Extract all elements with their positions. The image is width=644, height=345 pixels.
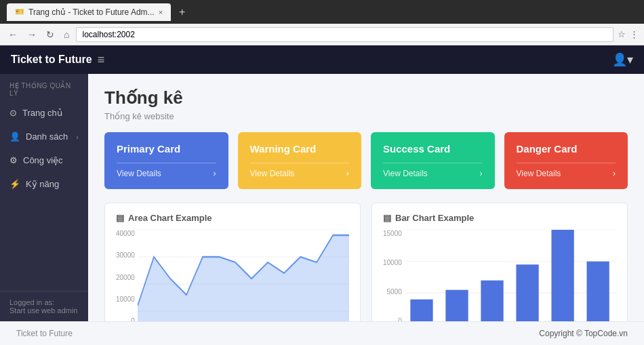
refresh-button[interactable]: ↻ [43, 28, 57, 41]
area-chart-main: Mar 1 Mar 3 Mar 5 Mar 7 Mar 9 Mar 11 Mar… [138, 230, 349, 321]
list-icon: 👤 [9, 131, 20, 142]
bar-chart-container: 15000 10000 5000 0 [383, 230, 616, 321]
star-icon[interactable]: ☆ [618, 29, 626, 39]
sidebar-label-skill: Kỹ năng [26, 179, 59, 189]
y-label-1: 30000 [116, 251, 135, 259]
sidebar-item-list[interactable]: 👤 Danh sách › [0, 125, 88, 148]
brand-name: Ticket to Future [11, 54, 92, 66]
success-card-link[interactable]: View Details [383, 169, 428, 178]
danger-card[interactable]: Danger Card View Details › [504, 132, 628, 189]
home-button[interactable]: ⌂ [61, 28, 72, 41]
footer-brand: Ticket to Future [16, 329, 73, 338]
toolbar-icons: ☆ ⋮ [618, 29, 639, 39]
bar-y-label-1: 10000 [383, 259, 402, 266]
sidebar-label-list: Danh sách [26, 131, 68, 142]
area-chart-svg [138, 230, 349, 321]
forward-button[interactable]: → [24, 28, 39, 41]
warning-card-chevron: › [346, 169, 349, 178]
bar-chart-main: January February March April May June [405, 230, 616, 321]
danger-card-link[interactable]: View Details [517, 169, 561, 178]
bar-apr [516, 264, 538, 321]
sidebar-label-home: Trang chủ [22, 108, 62, 118]
bar-jan [410, 300, 432, 321]
chevron-right-icon: › [76, 133, 79, 141]
area-chart-container: 40000 30000 20000 10000 0 [116, 230, 349, 321]
back-button[interactable]: ← [5, 28, 20, 41]
bar-chart-y-axis: 15000 10000 5000 0 [383, 230, 405, 321]
sidebar-footer: Logged in as: Start use web admin [0, 291, 88, 321]
brand: Ticket to Future ≡ [11, 53, 104, 67]
tab-close-button[interactable]: × [159, 8, 163, 16]
y-label-3: 10000 [116, 296, 135, 303]
bar-chart-label: Bar Chart Example [395, 213, 474, 223]
page-title: Thống kê [104, 87, 628, 108]
username-label: Start use web admin [9, 306, 79, 314]
primary-card[interactable]: Primary Card View Details › [104, 132, 228, 189]
content-area: Thống kê Thống kê website Primary Card V… [88, 74, 644, 321]
bar-chart-title: ▤ Bar Chart Example [383, 213, 616, 223]
bar-mar [481, 281, 503, 321]
bar-y-label-2: 5000 [383, 288, 402, 296]
user-avatar-icon: 👤▾ [612, 53, 633, 66]
success-card[interactable]: Success Card View Details › [371, 132, 495, 189]
y-label-0: 40000 [116, 230, 135, 237]
bar-may [551, 230, 573, 321]
area-chart-label: Area Chart Example [128, 213, 212, 223]
sidebar-item-skill[interactable]: ⚡ Kỹ năng [0, 172, 88, 196]
hamburger-menu[interactable]: ≡ [98, 53, 105, 67]
sidebar-section-label: HỆ THỐNG QUẢN LÝ [0, 74, 88, 101]
home-icon: ⊙ [9, 108, 17, 118]
sidebar-item-work[interactable]: ⚙ Công việc [0, 148, 88, 172]
area-chart-y-axis: 40000 30000 20000 10000 0 [116, 230, 138, 321]
main-layout: HỆ THỐNG QUẢN LÝ ⊙ Trang chủ 👤 Danh sách… [0, 74, 644, 321]
y-label-2: 20000 [116, 274, 135, 281]
page-footer: Ticket to Future Copyright © TopCode.vn [0, 321, 644, 345]
tab-favicon: 🎫 [15, 7, 24, 16]
charts-row: ▤ Area Chart Example 40000 30000 20000 1… [104, 203, 628, 321]
cards-row: Primary Card View Details › Warning Card… [104, 132, 628, 189]
bar-chart-card: ▤ Bar Chart Example 15000 10000 5000 0 [371, 203, 628, 321]
warning-card[interactable]: Warning Card View Details › [238, 132, 362, 189]
user-menu[interactable]: 👤▾ [612, 52, 633, 67]
address-bar[interactable] [76, 27, 613, 42]
primary-card-link[interactable]: View Details [117, 169, 161, 178]
bar-chart-icon: ▤ [383, 213, 391, 223]
area-chart-title: ▤ Area Chart Example [116, 213, 349, 223]
browser-chrome: 🎫 Trang chủ - Ticket to Future Adm... × … [0, 0, 644, 24]
tab-title: Trang chủ - Ticket to Future Adm... [28, 7, 155, 17]
browser-toolbar: ← → ↻ ⌂ ☆ ⋮ [0, 24, 644, 45]
footer-copyright: Copyright © TopCode.vn [539, 329, 628, 338]
app-container: Ticket to Future ≡ 👤▾ HỆ THỐNG QUẢN LÝ ⊙… [0, 45, 644, 345]
new-tab-button[interactable]: + [179, 6, 185, 18]
bar-chart-svg [405, 230, 616, 321]
sidebar-item-home[interactable]: ⊙ Trang chủ [0, 101, 88, 125]
bar-y-label-0: 15000 [383, 230, 402, 237]
bar-jun [586, 262, 609, 321]
primary-card-chevron: › [214, 169, 216, 178]
work-icon: ⚙ [9, 155, 18, 165]
sidebar: HỆ THỐNG QUẢN LÝ ⊙ Trang chủ 👤 Danh sách… [0, 74, 88, 321]
success-card-chevron: › [480, 169, 483, 178]
danger-card-chevron: › [613, 169, 616, 178]
logged-in-label: Logged in as: [9, 298, 79, 306]
warning-card-link[interactable]: View Details [250, 169, 295, 178]
page-subtitle: Thống kê website [104, 111, 628, 121]
browser-tab[interactable]: 🎫 Trang chủ - Ticket to Future Adm... × [7, 3, 171, 21]
skill-icon: ⚡ [9, 179, 20, 189]
area-chart-card: ▤ Area Chart Example 40000 30000 20000 1… [104, 203, 361, 321]
primary-card-title: Primary Card [117, 143, 216, 155]
warning-card-title: Warning Card [250, 143, 350, 155]
success-card-title: Success Card [383, 143, 483, 155]
bar-feb [445, 290, 468, 321]
area-chart-icon: ▤ [116, 213, 124, 223]
sidebar-label-work: Công việc [23, 155, 63, 165]
top-navbar: Ticket to Future ≡ 👤▾ [0, 45, 644, 74]
danger-card-title: Danger Card [517, 143, 616, 155]
menu-icon[interactable]: ⋮ [630, 29, 639, 39]
